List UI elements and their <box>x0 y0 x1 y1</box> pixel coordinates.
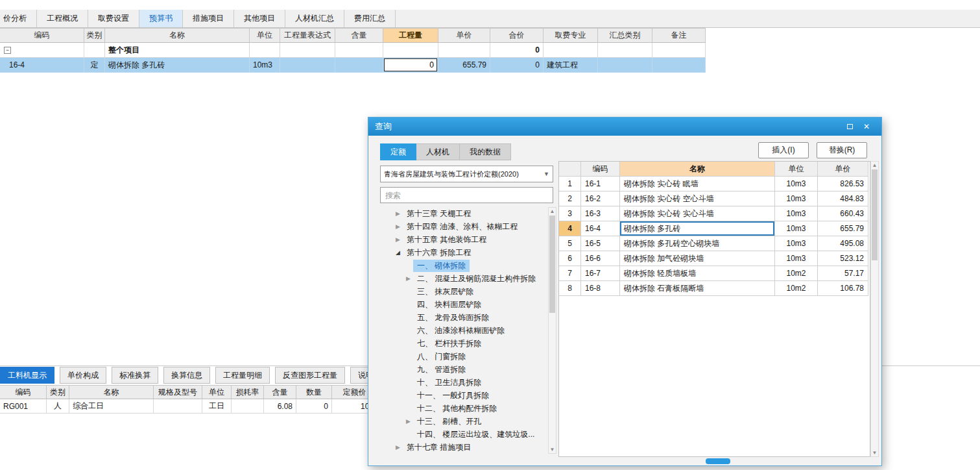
tab-fee-summary[interactable]: 费用汇总 <box>344 10 396 27</box>
search-input[interactable] <box>380 187 553 203</box>
col-header-spec: 规格及型号 <box>154 385 202 399</box>
chevron-right-icon[interactable]: ▶ <box>403 418 413 425</box>
col-header-type: 类别 <box>84 28 105 43</box>
col-header-type: 类别 <box>47 385 69 399</box>
chevron-right-icon[interactable]: ▶ <box>403 275 413 282</box>
tree-item[interactable]: ▶第十三章 天棚工程 <box>380 207 547 220</box>
chevron-right-icon[interactable]: ▶ <box>393 223 403 230</box>
result-row[interactable]: 6 16-6 砌体拆除 加气砼砌块墙 10m3 523.12 <box>559 251 870 266</box>
quota-library-dropdown[interactable]: 青海省房屋建筑与装饰工程计价定额(2020) ▼ <box>380 166 553 182</box>
dialog-tabbar: 定额 人材机 我的数据 <box>380 143 511 160</box>
result-row[interactable]: 8 16-8 砌体拆除 石膏板隔断墙 10m2 106.78 <box>559 281 870 296</box>
scroll-up-icon[interactable]: ▲ <box>549 208 556 214</box>
cell-summary-category <box>598 43 652 58</box>
result-row[interactable]: 5 16-5 砌体拆除 多孔砖空心砌块墙 10m3 495.08 <box>559 236 870 251</box>
dialog-titlebar[interactable]: 查询 ✕ <box>368 117 881 136</box>
tree-item[interactable]: 十四、 楼层运出垃圾、建筑垃圾... <box>380 428 547 441</box>
tree-scrollbar[interactable]: ▲ ▼ <box>548 207 556 454</box>
col-header-code: 编码 <box>581 162 620 177</box>
result-row[interactable]: 3 16-3 砌体拆除 实心砖 实心斗墙 10m3 660.43 <box>559 206 870 221</box>
results-vertical-scrollbar[interactable]: ▲ ▼ <box>870 161 879 457</box>
tab-cost-analysis[interactable]: 价分析 <box>0 10 37 27</box>
chevron-right-icon[interactable]: ▶ <box>393 236 403 243</box>
result-row[interactable]: 7 16-7 砌体拆除 轻质墙板墙 10m2 57.17 <box>559 266 870 281</box>
tab-budget-book[interactable]: 预算书 <box>139 10 183 27</box>
tab-conversion-info[interactable]: 换算信息 <box>163 367 210 384</box>
cell-note <box>652 58 706 73</box>
tab-standard-conversion[interactable]: 标准换算 <box>112 367 158 384</box>
tree-item[interactable]: 十一、 一般灯具拆除 <box>380 389 547 402</box>
tab-graphic-quantity-lookup[interactable]: 反查图形工程量 <box>275 367 345 384</box>
tab-project-overview[interactable]: 工程概况 <box>37 10 88 27</box>
cell-type: 定 <box>84 58 105 73</box>
cell-name: 综合工日 <box>69 399 154 414</box>
maximize-button[interactable] <box>841 120 858 133</box>
quota-chapter-tree: ▶第十三章 天棚工程 ▶第十四章 油漆、涂料、裱糊工程 ▶第十五章 其他装饰工程… <box>380 207 547 454</box>
table-row-rg001[interactable]: RG001 人 综合工日 工日 6.08 0 107 <box>0 399 377 414</box>
tree-item[interactable]: 十、 卫生洁具拆除 <box>380 376 547 389</box>
col-header-unit: 单位 <box>202 385 232 399</box>
tab-quota[interactable]: 定额 <box>380 143 416 160</box>
tree-item[interactable]: 四、 块料面层铲除 <box>380 298 547 311</box>
tab-measure-items[interactable]: 措施项目 <box>183 10 234 27</box>
tab-labor-material-summary[interactable]: 人材机汇总 <box>285 10 344 27</box>
tree-item[interactable]: 五、 龙骨及饰面拆除 <box>380 311 547 324</box>
col-header-loss-rate: 损耗率 <box>232 385 264 399</box>
chevron-right-icon[interactable]: ▶ <box>393 444 403 451</box>
tab-unit-price-composition[interactable]: 单价构成 <box>60 367 106 384</box>
col-header-name: 名称 <box>69 385 154 399</box>
tab-other-items[interactable]: 其他项目 <box>234 10 285 27</box>
result-row[interactable]: 1 16-1 砌体拆除 实心砖 眠墙 10m3 826.53 <box>559 177 870 192</box>
result-row[interactable]: 2 16-2 砌体拆除 实心砖 空心斗墙 10m3 484.83 <box>559 192 870 206</box>
detail-tabbar: 工料机显示 单价构成 标准换算 换算信息 工程量明细 反查图形工程量 说明 <box>0 367 381 384</box>
cell-summary-category <box>598 58 652 73</box>
scrollbar-thumb[interactable] <box>872 169 878 260</box>
col-header-unit: 单位 <box>250 28 280 43</box>
tab-my-data[interactable]: 我的数据 <box>460 143 511 160</box>
tree-item[interactable]: ▶十三、 剔槽、开孔 <box>380 415 547 428</box>
cell-type: 人 <box>47 399 69 414</box>
tab-labor-material-display[interactable]: 工料机显示 <box>0 367 54 384</box>
cell-code: − <box>0 43 84 58</box>
tree-item[interactable]: 九、 管道拆除 <box>380 363 547 376</box>
col-header-name: 名称 <box>620 162 775 177</box>
scrollbar-thumb[interactable] <box>706 458 730 464</box>
tree-item-selected[interactable]: 一、 砌体拆除 <box>380 259 547 272</box>
scroll-down-icon[interactable]: ▼ <box>549 447 556 452</box>
result-row-selected[interactable]: 4 16-4 砌体拆除 多孔砖 10m3 655.79 <box>559 221 870 236</box>
table-row-16-4-selected[interactable]: 16-4 定 砌体拆除 多孔砖 10m3 655.79 0 建筑工程 <box>0 58 706 73</box>
tab-fee-settings[interactable]: 取费设置 <box>88 10 139 27</box>
chevron-expanded-icon[interactable]: ◢ <box>393 249 403 256</box>
cell-content <box>335 43 383 58</box>
table-row-whole-project[interactable]: − 整个项目 0 <box>0 43 706 58</box>
insert-button[interactable]: 插入(I) <box>758 142 809 158</box>
tree-item[interactable]: 八、 门窗拆除 <box>380 350 547 363</box>
scroll-up-icon[interactable]: ▲ <box>871 162 878 168</box>
labor-grid-header: 编码 类别 名称 规格及型号 单位 损耗率 含量 数量 定额价 <box>0 385 377 399</box>
tree-item[interactable]: ▶第十四章 油漆、涂料、裱糊工程 <box>380 220 547 233</box>
tree-item[interactable]: ▶二、 混凝土及钢筋混凝土构件拆除 <box>380 272 547 285</box>
close-button[interactable]: ✕ <box>858 120 875 133</box>
col-header-rownum <box>559 162 581 177</box>
scrollbar-thumb[interactable] <box>549 216 555 313</box>
cell-qty-expr <box>280 43 335 58</box>
cell-content: 6.08 <box>264 399 296 414</box>
labor-material-grid: 编码 类别 名称 规格及型号 单位 损耗率 含量 数量 定额价 RG001 人 … <box>0 385 377 414</box>
quantity-input[interactable] <box>384 58 437 71</box>
collapse-icon[interactable]: − <box>4 47 11 54</box>
tab-labor-material-machine[interactable]: 人材机 <box>416 143 460 160</box>
tree-item-expanded[interactable]: ◢第十六章 拆除工程 <box>380 246 547 259</box>
tree-item[interactable]: 三、 抹灰层铲除 <box>380 285 547 298</box>
tree-item[interactable]: 七、 栏杆扶手拆除 <box>380 337 547 350</box>
results-horizontal-scrollbar[interactable] <box>558 458 870 465</box>
cell-name: 整个项目 <box>105 43 250 58</box>
replace-button[interactable]: 替换(R) <box>817 142 867 158</box>
query-dialog: 查询 ✕ 定额 人材机 我的数据 插入(I) 替换(R) 青海省房屋建筑与装饰工… <box>368 117 882 466</box>
tree-item[interactable]: ▶第十五章 其他装饰工程 <box>380 233 547 246</box>
tab-quantity-detail[interactable]: 工程量明细 <box>215 367 270 384</box>
tree-item[interactable]: 十二、 其他构配件拆除 <box>380 402 547 415</box>
tree-item[interactable]: 六、 油漆涂料裱糊面铲除 <box>380 324 547 337</box>
scroll-down-icon[interactable]: ▼ <box>871 450 878 456</box>
chevron-right-icon[interactable]: ▶ <box>393 210 403 217</box>
tree-item[interactable]: ▶第十七章 措施项目 <box>380 441 547 454</box>
